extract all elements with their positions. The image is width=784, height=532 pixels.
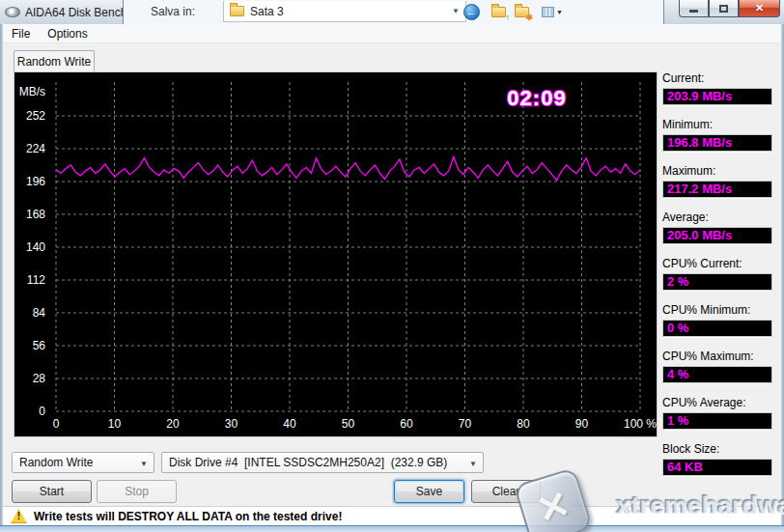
up-folder-icon (491, 7, 506, 17)
svg-text:100 %: 100 % (624, 417, 657, 431)
warning-text: Write tests will DESTROY ALL DATA on the… (34, 510, 342, 523)
warning-bar: ! Write tests will DESTROY ALL DATA on t… (3, 506, 781, 525)
svg-text:84: 84 (33, 306, 46, 320)
tab-random-write[interactable]: Random Write (14, 50, 95, 71)
minimize-button[interactable] (679, 0, 709, 17)
svg-text:112: 112 (27, 273, 45, 287)
menu-item-options[interactable]: Options (39, 24, 96, 42)
stats-panel: Current: 203.9 MB/s Minimum: 196.8 MB/s … (662, 71, 772, 489)
clear-button[interactable]: Clear (471, 480, 541, 503)
svg-text:50: 50 (342, 417, 355, 431)
back-button[interactable]: ← (462, 2, 481, 21)
stat-maximum: Maximum: 217.2 MB/s (662, 164, 772, 198)
stat-label: CPU% Minimum: (662, 303, 772, 317)
svg-text:20: 20 (166, 417, 180, 431)
svg-text:90: 90 (575, 417, 589, 431)
stat-cpu-minimum: CPU% Minimum: 0 % (662, 303, 772, 337)
up-arrow-icon: ↑ (506, 13, 511, 22)
back-icon: ← (463, 4, 480, 20)
caption-button-group: ✕ (679, 0, 780, 17)
benchmark-chart: 0102030405060708090100 %2522241961681401… (14, 71, 658, 437)
view-caret-icon: ▼ (556, 9, 563, 15)
stat-value: 1 % (662, 412, 772, 430)
stat-minimum: Minimum: 196.8 MB/s (662, 118, 772, 152)
close-icon: ✕ (755, 2, 764, 14)
app-window: AIDA64 Disk Bench Salva in: Sata 3 ▼ ← ↑… (0, 0, 784, 532)
maximize-button[interactable] (709, 0, 739, 17)
svg-text:70: 70 (459, 417, 472, 431)
stat-label: Maximum: (662, 164, 772, 178)
save-dialog-strip: Salva in: Sata 3 ▼ ← ↑ ✱ ▼ (123, 0, 664, 24)
chevron-down-icon: ▼ (469, 460, 477, 468)
new-folder-button[interactable]: ✱ (512, 2, 531, 21)
test-type-value: Random Write (19, 456, 93, 469)
folder-icon (230, 6, 244, 16)
stat-value: 196.8 MB/s (662, 134, 772, 152)
stat-label: Current: (662, 71, 772, 85)
svg-text:0: 0 (39, 405, 45, 418)
stat-value: 203.9 MB/s (662, 88, 772, 105)
window-bottom-edge (0, 525, 784, 532)
view-menu-button[interactable]: ▼ (539, 2, 566, 21)
window-border-left (0, 24, 3, 525)
svg-text:56: 56 (33, 339, 46, 352)
stat-label: Minimum: (662, 118, 772, 131)
minimize-icon (689, 10, 698, 13)
stat-label: Average: (662, 210, 772, 224)
svg-text:30: 30 (225, 417, 238, 431)
up-folder-button[interactable]: ↑ (489, 2, 508, 21)
maximize-icon (719, 5, 728, 13)
svg-text:02:09: 02:09 (507, 86, 566, 110)
chevron-down-icon: ▼ (140, 460, 148, 468)
stat-value: 217.2 MB/s (662, 181, 772, 198)
stop-button: Stop (97, 480, 177, 503)
menu-item-file[interactable]: File (3, 24, 39, 42)
test-type-select[interactable]: Random Write ▼ (12, 452, 154, 473)
stat-value: 64 KB (662, 459, 772, 476)
stat-label: CPU% Current: (662, 257, 772, 270)
stat-cpu-maximum: CPU% Maximum: 4 % (662, 350, 772, 383)
svg-text:60: 60 (400, 417, 413, 431)
stat-label: CPU% Maximum: (662, 350, 772, 363)
drive-select[interactable]: Disk Drive #4 [INTEL SSDSC2MH250A2] (232… (161, 452, 484, 473)
start-button[interactable]: Start (12, 480, 92, 503)
save-location-select[interactable]: Sata 3 ▼ (223, 1, 466, 22)
svg-text:224: 224 (26, 142, 45, 155)
stat-value: 4 % (662, 366, 772, 383)
svg-text:0: 0 (53, 417, 60, 431)
svg-text:80: 80 (517, 417, 530, 431)
close-button[interactable]: ✕ (739, 0, 780, 17)
stat-label: CPU% Average: (662, 396, 772, 409)
menubar: File Options (3, 24, 781, 43)
disk-icon (5, 7, 20, 17)
svg-text:252: 252 (26, 109, 45, 123)
stat-value: 0 % (662, 320, 772, 337)
stat-current: Current: 203.9 MB/s (662, 71, 772, 105)
drive-select-value: Disk Drive #4 [INTEL SSDSC2MH250A2] (232… (169, 456, 447, 469)
view-grid-icon (542, 7, 554, 17)
titlebar-fragment-right: ✕ (664, 0, 784, 24)
svg-text:196: 196 (26, 175, 45, 188)
stat-value: 2 % (662, 273, 772, 291)
save-dialog-label: Salva in: (151, 5, 195, 18)
chart-svg: 0102030405060708090100 %2522241961681401… (14, 72, 657, 436)
titlebar-fragment-left: AIDA64 Disk Bench (0, 0, 123, 24)
svg-text:MB/s: MB/s (19, 85, 45, 98)
svg-text:168: 168 (26, 208, 45, 221)
stat-cpu-current: CPU% Current: 2 % (662, 257, 772, 291)
svg-text:28: 28 (33, 372, 46, 385)
chevron-down-icon[interactable]: ▼ (452, 7, 460, 15)
stat-cpu-average: CPU% Average: 1 % (662, 396, 772, 430)
save-location-value: Sata 3 (250, 5, 284, 18)
save-button[interactable]: Save (394, 480, 464, 503)
svg-text:40: 40 (283, 417, 296, 431)
new-folder-star-icon: ✱ (525, 13, 533, 22)
window-title: AIDA64 Disk Bench (25, 6, 123, 19)
stat-value: 205.0 MB/s (662, 227, 772, 244)
svg-text:140: 140 (26, 240, 45, 254)
stat-average: Average: 205.0 MB/s (662, 210, 772, 244)
warning-icon: ! (11, 509, 27, 523)
stat-label: Block Size: (662, 442, 772, 456)
svg-text:10: 10 (108, 417, 122, 431)
stat-block-size: Block Size: 64 KB (662, 442, 772, 476)
